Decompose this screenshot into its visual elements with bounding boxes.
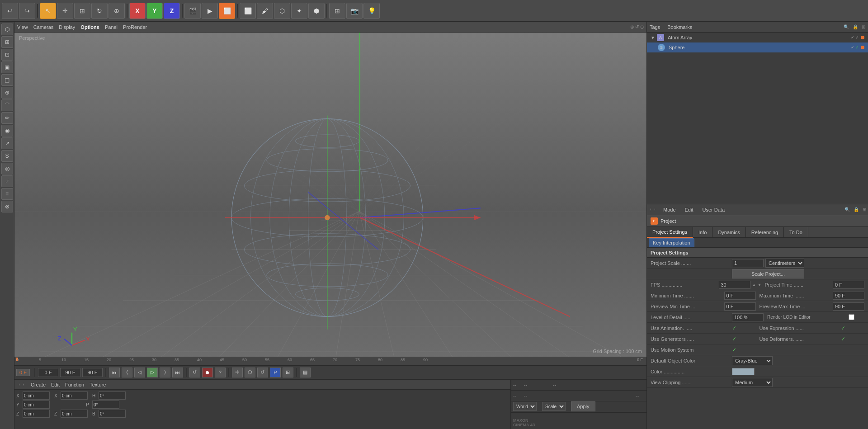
view-clipping-select[interactable]: Medium <box>732 378 773 387</box>
default-color-select[interactable]: Gray-Blue <box>732 356 773 365</box>
max-time-field[interactable] <box>833 292 864 300</box>
apply-button[interactable]: Apply <box>571 401 595 411</box>
transform-button[interactable]: ⊕ <box>108 3 125 19</box>
magnet-icon[interactable]: ◎ <box>1 163 13 174</box>
menu-edit[interactable]: Edit <box>51 382 60 387</box>
visible-icon[interactable]: ✓ <box>851 35 854 40</box>
z-axis-button[interactable]: Z <box>164 3 180 19</box>
use-expression-check[interactable]: ✓ <box>841 325 845 331</box>
brush-button[interactable]: 🖌 <box>257 3 273 19</box>
move-button[interactable]: ✛ <box>57 3 73 19</box>
render-region-button[interactable]: ⬜ <box>219 3 235 19</box>
pose-button[interactable]: P <box>270 368 281 377</box>
grid-timeline-button[interactable]: ⊞ <box>283 368 293 377</box>
redo-button[interactable]: ↪ <box>19 3 35 19</box>
loop-button[interactable]: ↺ <box>189 368 200 377</box>
step-forward-button[interactable]: ⟩ <box>160 368 170 377</box>
project-scale-unit-select[interactable]: Centimeters <box>765 259 804 268</box>
subtab-key-interpolation[interactable]: Key Interpolation <box>649 238 694 247</box>
render-lod-checkbox[interactable] <box>849 314 854 320</box>
menu-options[interactable]: Options <box>80 24 99 30</box>
menu-panel[interactable]: Panel <box>105 24 118 30</box>
light-button[interactable]: 💡 <box>363 3 380 19</box>
use-generators-check[interactable]: ✓ <box>732 336 736 342</box>
menu-texture[interactable]: Texture <box>90 382 106 387</box>
viewport-3d[interactable]: X Y Z <box>14 33 646 357</box>
rotate-button[interactable]: ↻ <box>91 3 108 19</box>
b-field[interactable] <box>99 410 126 418</box>
world-select[interactable]: World <box>513 402 537 411</box>
preview-max-field[interactable] <box>833 302 864 311</box>
top-view-icon[interactable]: ⊡ <box>1 49 13 61</box>
start-frame-field[interactable] <box>38 368 58 377</box>
circle-tool-icon[interactable]: ◉ <box>1 125 13 137</box>
h-field[interactable] <box>99 391 126 400</box>
go-start-button[interactable]: ⏮ <box>109 368 120 377</box>
menu-prorender[interactable]: ProRender <box>123 24 147 30</box>
key-button[interactable]: ⬡ <box>245 368 255 377</box>
tab-referencing[interactable]: Referencing <box>746 227 784 238</box>
go-end-button[interactable]: ⏭ <box>172 368 183 377</box>
preview-min-field[interactable] <box>724 302 756 311</box>
play-forward-button[interactable]: ▷ <box>147 368 158 377</box>
arrow-tool-icon[interactable]: ↗ <box>1 137 13 149</box>
project-time-field[interactable] <box>833 281 864 289</box>
null-icon[interactable]: ⊕ <box>1 87 13 99</box>
move-keys-button[interactable]: ✛ <box>232 368 243 377</box>
scale-select[interactable]: Scale <box>542 402 566 411</box>
color-swatch[interactable] <box>732 368 755 375</box>
side-view-icon[interactable]: ◫ <box>1 74 13 86</box>
render-frame-button[interactable]: 🎬 <box>184 3 201 19</box>
paint-button[interactable]: ⬢ <box>308 3 325 19</box>
props-tab-edit[interactable]: Edit <box>682 206 696 213</box>
mesh-button[interactable]: ⬡ <box>274 3 290 19</box>
tab-info[interactable]: Info <box>693 227 712 238</box>
select-button[interactable]: ↖ <box>40 3 56 19</box>
menu-create[interactable]: Create <box>31 382 46 387</box>
tab-dynamics[interactable]: Dynamics <box>712 227 745 238</box>
front-view-icon[interactable]: ▣ <box>1 61 13 73</box>
tab-project-settings[interactable]: Project Settings <box>647 227 693 238</box>
record-button[interactable]: ⏺ <box>202 368 213 377</box>
tab-todo[interactable]: To Do <box>784 227 808 238</box>
y-axis-button[interactable]: Y <box>146 3 163 19</box>
cube-view-button[interactable]: ⬜ <box>240 3 256 19</box>
fps-spinner-down[interactable]: ▼ <box>758 283 761 287</box>
current-frame-field[interactable]: 0 F <box>16 369 30 376</box>
menu-tags[interactable]: Tags <box>650 24 660 30</box>
tree-item-atom-array[interactable]: ▼ A Atom Array ✓ ✓ <box>647 33 868 42</box>
stamp-icon[interactable]: S <box>1 150 13 162</box>
scale-button[interactable]: ⊞ <box>74 3 90 19</box>
scale-project-button[interactable]: Scale Project... <box>732 269 804 278</box>
expand-icon[interactable]: ⊞ <box>862 24 865 29</box>
sphere-render-icon[interactable]: ✓ <box>855 45 859 50</box>
fps-spinner-up[interactable]: ▲ <box>752 283 756 287</box>
props-expand-icon[interactable]: ⊞ <box>863 207 866 212</box>
y-field[interactable] <box>23 401 50 409</box>
motion-button[interactable]: ↺ <box>257 368 268 377</box>
pen-tool-icon[interactable]: ✏ <box>1 112 13 124</box>
camera-button[interactable]: 📷 <box>346 3 363 19</box>
layer-icon[interactable]: ≡ <box>1 188 13 200</box>
project-scale-field[interactable] <box>732 259 764 267</box>
grid-button[interactable]: ⊞ <box>329 3 345 19</box>
props-tab-userdata[interactable]: User Data <box>700 206 728 213</box>
p-field[interactable] <box>92 401 119 409</box>
use-motion-system-check[interactable]: ✓ <box>732 347 736 353</box>
menu-display[interactable]: Display <box>59 24 75 30</box>
undo-button[interactable]: ↩ <box>2 3 18 19</box>
sphere-visible-icon[interactable]: ✓ <box>851 45 854 50</box>
knife-icon[interactable]: ⟋ <box>1 175 13 187</box>
props-search-icon[interactable]: 🔍 <box>844 207 850 212</box>
tree-item-sphere[interactable]: S Sphere ✓ ✓ <box>647 42 868 52</box>
step-back-button[interactable]: ⟨ <box>122 368 132 377</box>
spline-icon[interactable]: ⌒ <box>1 99 13 111</box>
render-icon[interactable]: ✓ <box>855 35 859 40</box>
end-frame-field[interactable] <box>60 368 80 377</box>
props-tab-mode[interactable]: Mode <box>660 206 679 213</box>
timeline-view-button[interactable]: ▤ <box>300 368 311 377</box>
fps-field[interactable] <box>719 281 750 289</box>
subdivide-button[interactable]: ✦ <box>291 3 307 19</box>
help-button[interactable]: ? <box>215 368 226 377</box>
search-icon[interactable]: 🔍 <box>844 24 849 29</box>
